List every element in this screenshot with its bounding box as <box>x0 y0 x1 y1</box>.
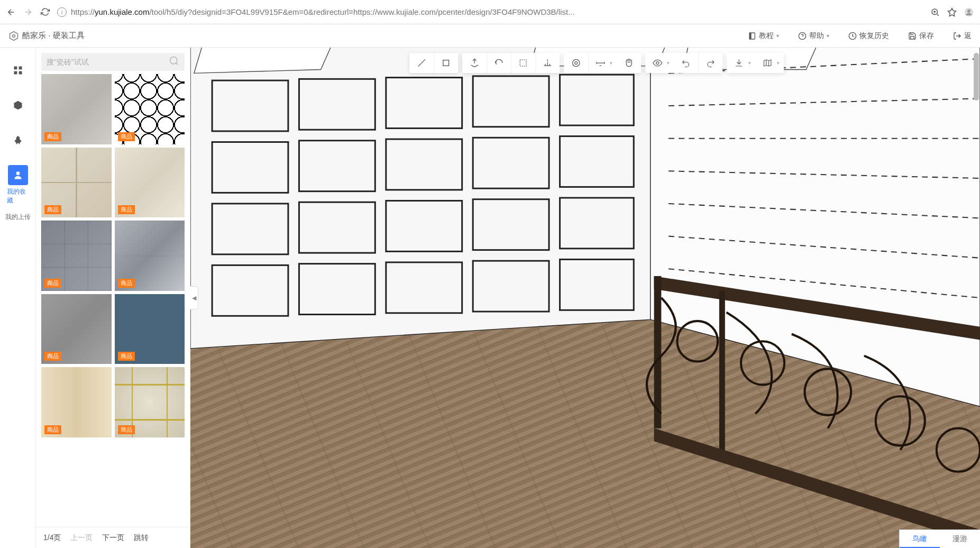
rotate-tool[interactable] <box>487 53 511 73</box>
svg-point-17 <box>656 62 658 65</box>
material-grid: 商品 商品 商品 商品 商品 商品 商品 商品 商品 商品 <box>36 74 190 527</box>
product-badge: 商品 <box>44 425 61 434</box>
scene-svg <box>190 48 980 548</box>
svg-point-12 <box>170 57 177 64</box>
url-text: https://yun.kujiale.com/tool/h5/diy?desi… <box>71 7 575 16</box>
vertical-scrollbar[interactable] <box>974 53 979 527</box>
search-input[interactable] <box>47 58 169 66</box>
history-icon <box>848 32 857 40</box>
view-mode-tabs: 鸟瞰 漫游 <box>899 529 980 548</box>
material-tile[interactable]: 商品 <box>115 221 185 291</box>
search-icon[interactable] <box>169 56 179 68</box>
svg-rect-13 <box>443 60 449 66</box>
svg-rect-9 <box>14 71 17 75</box>
forward-button[interactable] <box>23 7 33 17</box>
material-tile[interactable]: 商品 <box>115 74 185 144</box>
tutorial-menu[interactable]: 教程▾ <box>748 31 779 41</box>
rail-item-favorites[interactable]: 我的收藏 <box>7 165 29 205</box>
exit-icon <box>953 32 961 40</box>
svg-rect-8 <box>19 67 22 70</box>
save-button[interactable]: 保存 <box>908 31 934 41</box>
floating-toolbar: ▾ ▾ ▾ ▾ <box>409 53 784 73</box>
svg-point-2 <box>967 9 970 12</box>
zoom-icon[interactable] <box>930 7 940 17</box>
line-tool[interactable] <box>409 53 434 73</box>
camera-tool[interactable] <box>564 53 588 73</box>
url-bar[interactable]: i https://yun.kujiale.com/tool/h5/diy?de… <box>57 7 923 17</box>
app-logo[interactable]: 酷家乐 · 硬装工具 <box>8 31 85 41</box>
svg-rect-4 <box>749 33 752 39</box>
svg-point-15 <box>574 62 577 65</box>
extrude-tool[interactable] <box>462 53 487 73</box>
svg-marker-26 <box>194 48 335 73</box>
svg-rect-10 <box>19 71 22 75</box>
material-tile[interactable]: 商品 <box>41 367 112 437</box>
back-button[interactable] <box>6 7 16 17</box>
chevron-down-icon[interactable]: ▾ <box>748 60 755 66</box>
app-title: 酷家乐 · 硬装工具 <box>22 31 85 41</box>
rail-item-cube[interactable] <box>7 95 29 115</box>
site-info-icon[interactable]: i <box>57 7 67 17</box>
browser-toolbar: i https://yun.kujiale.com/tool/h5/diy?de… <box>0 0 980 24</box>
product-badge: 商品 <box>44 205 61 214</box>
collapse-sidebar-button[interactable]: ◀ <box>190 286 198 309</box>
back-to-site-button[interactable]: 返 <box>953 31 972 41</box>
material-tile[interactable]: 商品 <box>41 74 112 144</box>
select-tool[interactable] <box>511 53 535 73</box>
product-badge: 商品 <box>118 279 135 288</box>
person-icon <box>8 165 28 185</box>
help-menu[interactable]: 帮助▾ <box>798 31 829 41</box>
product-badge: 商品 <box>118 132 135 141</box>
bookmark-icon[interactable] <box>947 7 957 17</box>
material-tile[interactable]: 商品 <box>41 148 112 218</box>
pagination: 1/4页 上一页 下一页 跳转 <box>36 527 190 548</box>
rail-item-shape[interactable] <box>7 130 29 150</box>
app-header: 酷家乐 · 硬装工具 教程▾ 帮助▾ 恢复历史 保存 返 <box>0 24 980 48</box>
grid-icon <box>8 60 28 80</box>
product-badge: 商品 <box>118 205 135 214</box>
logo-icon <box>8 31 19 41</box>
shape-icon <box>8 130 28 150</box>
restore-history-button[interactable]: 恢复历史 <box>848 31 889 41</box>
svg-rect-7 <box>14 67 17 70</box>
chevron-down-icon[interactable]: ▾ <box>609 60 617 66</box>
account-icon[interactable] <box>964 7 974 17</box>
prev-page-button[interactable]: 上一页 <box>70 533 93 543</box>
material-tile[interactable]: 商品 <box>41 221 112 291</box>
cube-icon <box>8 95 28 115</box>
material-tile[interactable]: 商品 <box>41 294 112 364</box>
svg-point-3 <box>13 34 15 37</box>
material-tile[interactable]: 商品 <box>115 148 185 218</box>
undo-button[interactable] <box>674 53 698 73</box>
left-rail: 我的收藏 我的上传 <box>0 48 36 548</box>
material-tile[interactable]: 商品 <box>115 367 185 437</box>
chevron-down-icon[interactable]: ▾ <box>666 60 674 66</box>
sidebar: 商品 商品 商品 商品 商品 商品 商品 商品 商品 商品 1/4页 上一页 下… <box>36 48 190 548</box>
svg-point-11 <box>16 171 20 175</box>
next-page-button[interactable]: 下一页 <box>102 533 124 543</box>
chevron-down-icon[interactable]: ▾ <box>776 60 784 66</box>
3d-canvas[interactable]: ▾ ▾ ▾ ▾ <box>190 48 980 548</box>
page-indicator: 1/4页 <box>43 533 61 543</box>
view-tab-roam[interactable]: 漫游 <box>940 530 980 548</box>
jump-page-button[interactable]: 跳转 <box>134 533 149 543</box>
redo-button[interactable] <box>698 53 722 73</box>
search-box[interactable] <box>41 53 185 71</box>
rect-tool[interactable] <box>434 53 458 73</box>
rail-uploads-link[interactable]: 我的上传 <box>5 213 31 222</box>
view-tab-bird[interactable]: 鸟瞰 <box>900 530 940 548</box>
product-badge: 商品 <box>44 352 61 361</box>
rail-item-grid[interactable] <box>7 60 29 80</box>
scrollbar-thumb[interactable] <box>974 53 979 101</box>
help-icon <box>798 32 807 40</box>
product-badge: 商品 <box>44 279 61 288</box>
svg-rect-14 <box>520 60 526 66</box>
svg-point-16 <box>572 59 579 66</box>
save-icon <box>908 32 917 40</box>
material-tile[interactable]: 商品 <box>115 294 185 364</box>
hand-tool[interactable] <box>617 53 641 73</box>
light-tool[interactable] <box>535 53 560 73</box>
rail-favorites-label: 我的收藏 <box>7 187 29 205</box>
book-icon <box>748 32 756 40</box>
reload-button[interactable] <box>40 7 50 17</box>
